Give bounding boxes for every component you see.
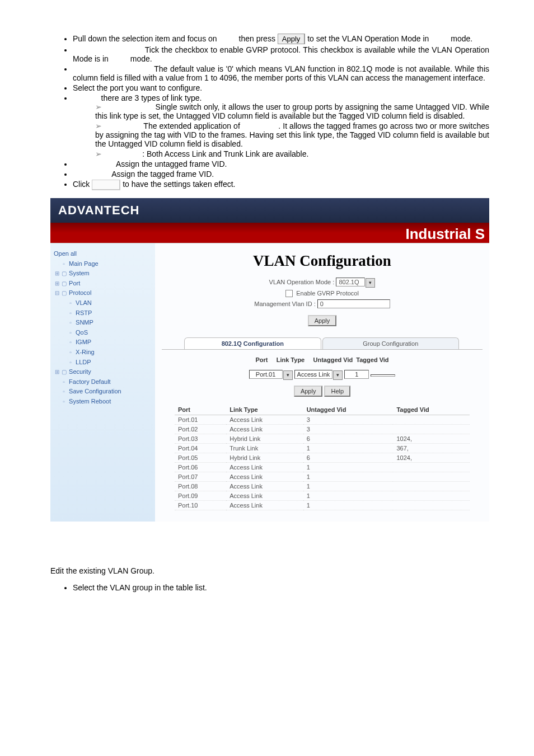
cell [393,481,470,491]
col-link: Link Type [226,405,303,415]
cell: Access Link [226,491,303,500]
nav-igmp[interactable]: ▫ IGMP [54,337,152,348]
nav-main-page[interactable]: ▫ Main Page [54,259,152,269]
arrow-icon: ➢ [95,102,105,111]
folder-icon: ▢ [60,279,67,288]
instr-item: The default value is '0' which means VLA… [73,64,489,82]
nav-save-config[interactable]: ▫ Save Configuration [54,387,152,397]
page-icon: ▫ [67,328,74,337]
txt: to set the VLAN Operation Mode in [307,34,431,43]
txt: Single switch only, it allows the user t… [95,102,489,120]
form-row: Port Link Type Untagged Vid Tagged Vid [162,356,483,363]
tab-group[interactable]: Group Configuration [322,337,460,349]
table-row[interactable]: Port.09Access Link1 [175,491,470,500]
table-row[interactable]: Port.05Hybrid Link61024, [175,453,470,462]
apply-button[interactable]: Apply [294,386,323,397]
page-icon: ▫ [67,299,74,308]
cell: 367, [393,443,470,453]
nav-xring[interactable]: ▫ X-Ring [54,348,152,358]
chevron-down-icon[interactable]: ▾ [283,370,293,380]
instructions-list: Pull down the selection item and focus o… [73,34,489,190]
cell [393,424,470,434]
txt: mode. [130,54,152,63]
cell: 1 [303,443,394,453]
untagged-input[interactable]: 1 [344,370,369,379]
table-row[interactable]: Port.01Access Link3 [175,415,470,424]
cell [393,491,470,500]
cell: Port.03 [175,434,226,443]
table-row[interactable]: Port.03Hybrid Link61024, [175,434,470,443]
tab-row: 802.1Q Configuration Group Configuration [162,337,483,350]
page-icon: ▫ [60,387,67,396]
cell: 1 [303,500,394,510]
cell: 1 [303,472,394,481]
cell: 1024, [393,434,470,443]
arrow-icon: ➢ [95,149,105,158]
page-icon: ▫ [60,260,67,269]
cell: 1024, [393,453,470,462]
open-all-link[interactable]: Open all [54,249,152,259]
nav-port[interactable]: ⊞▢ Port [54,279,152,289]
nav-lldp[interactable]: ▫ LLDP [54,358,152,368]
cell: Hybrid Link [226,434,303,443]
txt: Select the port you want to configure. [73,83,202,92]
apply-button[interactable]: Apply [278,34,306,44]
mode-select[interactable]: 802.1Q [336,278,365,287]
hdr-unt: Untagged Vid [313,356,353,363]
txt: to have the settings taken effect. [123,180,235,189]
footer-text: Edit the existing VLAN Group. [50,566,489,575]
chevron-down-icon[interactable]: ▾ [366,278,375,288]
table-row[interactable]: Port.10Access Link1 [175,500,470,510]
apply-button[interactable]: Apply [308,315,337,326]
nav-factory-default[interactable]: ▫ Factory Default [54,377,152,387]
chevron-down-icon[interactable]: ▾ [333,370,343,380]
cell: Port.01 [175,415,226,424]
col-tagged: Tagged Vid [393,405,470,415]
nav-vlan[interactable]: ▫ VLAN [54,298,152,308]
minus-icon: ⊟ [54,289,60,298]
banner-text: Industrial S [405,226,485,243]
nav-qos[interactable]: ▫ QoS [54,328,152,338]
app-screenshot: ADVANTECH Industrial S Open all ▫ Main P… [50,198,489,522]
nav-protocol[interactable]: ⊟▢ Protocol [54,288,152,298]
cell [393,415,470,424]
txt: Assign the tagged frame VID. [111,170,214,179]
cell [393,472,470,481]
page-title: VLAN Configuration [162,252,483,270]
table-row[interactable]: Port.04Trunk Link1367, [175,443,470,453]
tab-8021q[interactable]: 802.1Q Configuration [184,337,321,349]
nav-security[interactable]: ⊞▢ Security [54,367,152,377]
table-row[interactable]: Port.07Access Link1 [175,472,470,481]
cell: 3 [303,424,394,434]
plus-icon: ⊞ [54,279,60,288]
table-row[interactable]: Port.08Access Link1 [175,481,470,491]
cell: Access Link [226,462,303,472]
cell: Port.06 [175,462,226,472]
table-row[interactable]: Port.02Access Link3 [175,424,470,434]
nav-system[interactable]: ⊞▢ System [54,269,152,279]
port-select[interactable]: Port.01 [249,370,283,379]
nav-snmp[interactable]: ▫ SNMP [54,318,152,328]
blank-button[interactable] [92,180,120,190]
instr-item: Pull down the selection item and focus o… [73,34,489,44]
gvrp-checkbox[interactable] [285,290,293,297]
nav-rstp[interactable]: ▫ RSTP [54,308,152,318]
mode-label: VLAN Operation Mode : [269,279,335,285]
table-row[interactable]: Port.06Access Link1 [175,462,470,472]
link-select[interactable]: Access Link [294,370,333,379]
sub-item: ➢ Single switch only, it allows the user… [95,102,489,120]
page-icon: ▫ [67,309,74,318]
page-icon: ▫ [60,378,67,387]
cell: 1 [303,491,394,500]
help-button[interactable]: Help [324,386,350,397]
col-untagged: Untagged Vid [303,405,394,415]
cell: Port.07 [175,472,226,481]
cell: 6 [303,434,394,443]
cell: Port.10 [175,500,226,510]
cell: Access Link [226,472,303,481]
nav-system-reboot[interactable]: ▫ System Reboot [54,397,152,407]
tagged-input[interactable] [371,374,395,377]
gvrp-label: Enable GVRP Protocol [296,290,359,297]
mgmt-input[interactable]: 0 [317,299,390,308]
txt: Click [73,180,92,189]
